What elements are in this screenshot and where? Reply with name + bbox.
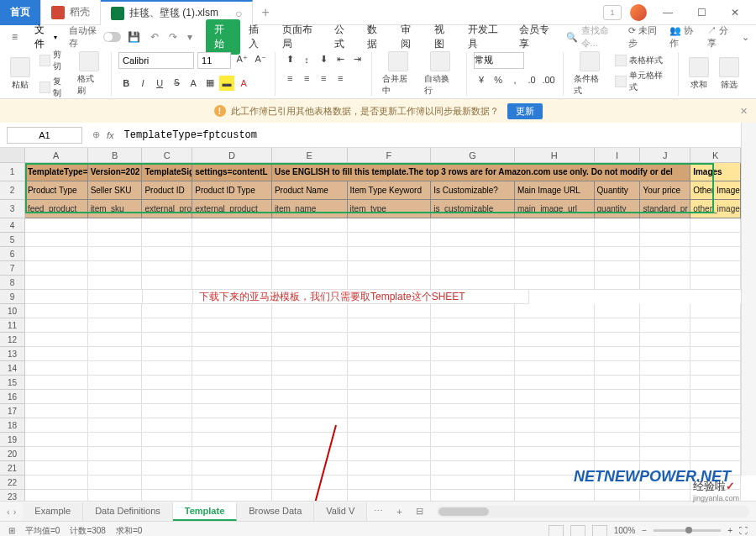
cell[interactable]: [515, 247, 595, 261]
cell[interactable]: [595, 418, 641, 433]
cell[interactable]: external_pro: [142, 200, 192, 218]
cell[interactable]: [272, 433, 348, 447]
cell[interactable]: [272, 490, 348, 501]
cell[interactable]: [25, 361, 88, 376]
cell[interactable]: [272, 318, 348, 333]
cell[interactable]: [595, 261, 641, 276]
cell[interactable]: [431, 418, 515, 433]
cell[interactable]: [192, 418, 272, 433]
sheet-tab-template[interactable]: Template: [173, 502, 237, 521]
cell[interactable]: [348, 333, 432, 347]
cell[interactable]: [272, 447, 348, 461]
cell[interactable]: [25, 261, 88, 276]
row-header[interactable]: 10: [0, 304, 25, 318]
cell[interactable]: [640, 476, 690, 490]
align-left-icon[interactable]: ≡: [282, 71, 297, 86]
copy-button[interactable]: 复制: [37, 75, 71, 100]
view-normal-icon[interactable]: [549, 525, 564, 537]
cell[interactable]: [25, 333, 88, 347]
row-header[interactable]: 4: [0, 218, 25, 233]
cell[interactable]: [142, 490, 192, 501]
col-header-F[interactable]: F: [348, 148, 432, 162]
cell[interactable]: [192, 304, 272, 318]
fill-color-button[interactable]: ▬: [219, 76, 234, 91]
cell[interactable]: [88, 233, 143, 247]
cell[interactable]: [690, 304, 741, 318]
cell[interactable]: [348, 361, 432, 376]
cell[interactable]: [690, 233, 741, 247]
view-read-icon[interactable]: [592, 525, 607, 537]
cell[interactable]: [595, 233, 641, 247]
cell[interactable]: [88, 461, 143, 476]
underline-button[interactable]: U: [152, 76, 167, 91]
row-header[interactable]: 7: [0, 261, 25, 276]
qat-more-icon[interactable]: ▾: [184, 29, 196, 45]
sheet-tab-example[interactable]: Example: [23, 502, 83, 521]
view-page-icon[interactable]: [570, 525, 585, 537]
cell[interactable]: [690, 476, 741, 490]
cond-format-button[interactable]: 条件格式: [570, 50, 609, 98]
cell[interactable]: [640, 461, 690, 476]
comma-icon[interactable]: ,: [507, 72, 522, 87]
cell[interactable]: [192, 476, 272, 490]
border-button[interactable]: ▦: [202, 76, 218, 91]
cell[interactable]: item_sku: [88, 200, 143, 218]
dec-dec-icon[interactable]: .00: [541, 72, 556, 87]
cell[interactable]: [142, 233, 192, 247]
font-size-select[interactable]: [197, 52, 231, 69]
cell[interactable]: [272, 376, 348, 390]
wrap-button[interactable]: 自动换行: [421, 50, 459, 98]
cell[interactable]: [272, 233, 348, 247]
cell-style-button[interactable]: 单元格样式: [612, 69, 671, 94]
currency-icon[interactable]: ¥: [474, 72, 489, 87]
name-box[interactable]: [7, 127, 82, 144]
row-header[interactable]: 8: [0, 276, 25, 290]
cell[interactable]: [690, 361, 741, 376]
font-color-button[interactable]: A: [236, 76, 251, 91]
cell[interactable]: [142, 247, 192, 261]
cell[interactable]: [595, 247, 641, 261]
sheet-add-button[interactable]: +: [390, 503, 408, 520]
cell[interactable]: [640, 304, 690, 318]
cell[interactable]: [431, 376, 515, 390]
cell[interactable]: [348, 418, 432, 433]
col-header-H[interactable]: H: [515, 148, 595, 162]
cell[interactable]: [348, 476, 432, 490]
cell[interactable]: [25, 304, 88, 318]
cell[interactable]: [640, 247, 690, 261]
cell[interactable]: [348, 433, 432, 447]
cell[interactable]: [192, 461, 272, 476]
menubar-more-icon[interactable]: ⌄: [742, 32, 749, 43]
font-name-select[interactable]: [118, 52, 194, 69]
cell[interactable]: [272, 261, 348, 276]
col-header-J[interactable]: J: [640, 148, 690, 162]
cell[interactable]: [142, 404, 192, 418]
cell[interactable]: [690, 447, 741, 461]
cell[interactable]: Images: [690, 163, 741, 181]
row-header[interactable]: 9: [0, 290, 25, 304]
cell[interactable]: standard_pr: [640, 200, 690, 218]
cell[interactable]: [348, 490, 432, 501]
cell[interactable]: [690, 247, 741, 261]
cell[interactable]: [690, 433, 741, 447]
qat-save-icon[interactable]: 💾: [124, 29, 144, 45]
cell[interactable]: [348, 404, 432, 418]
cell[interactable]: [348, 247, 432, 261]
row-header[interactable]: 14: [0, 361, 25, 376]
cell[interactable]: quantity: [595, 200, 641, 218]
fullscreen-icon[interactable]: ⛶: [739, 526, 748, 535]
sheet-tab-valid[interactable]: Valid V: [314, 502, 367, 521]
ribbon-tab-layout[interactable]: 页面布局: [276, 19, 325, 55]
cell[interactable]: [640, 390, 690, 404]
cell[interactable]: [88, 404, 143, 418]
cell[interactable]: [142, 304, 192, 318]
cell[interactable]: [25, 418, 88, 433]
cell[interactable]: [515, 276, 595, 290]
cell[interactable]: [431, 218, 515, 233]
update-button[interactable]: 更新: [507, 103, 543, 119]
cell[interactable]: [142, 361, 192, 376]
col-header-E[interactable]: E: [272, 148, 348, 162]
cell[interactable]: [192, 318, 272, 333]
cell[interactable]: [192, 261, 272, 276]
cell[interactable]: [640, 418, 690, 433]
